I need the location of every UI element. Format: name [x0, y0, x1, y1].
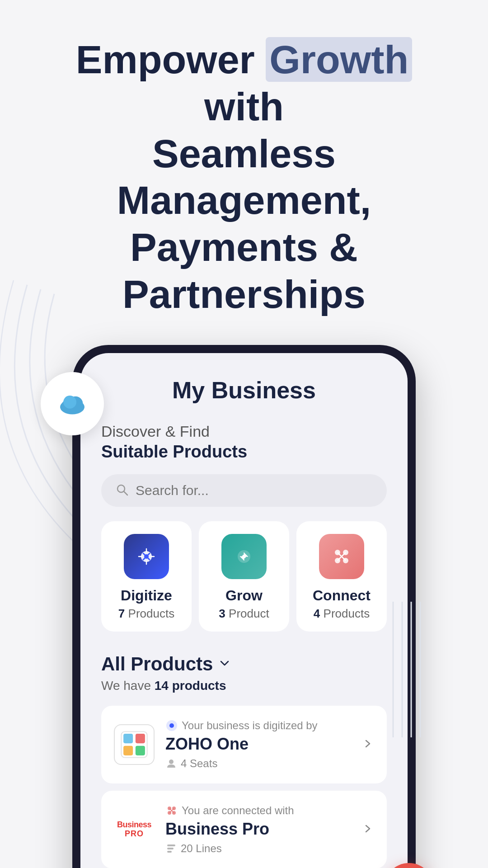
- all-products-header: All Products: [101, 653, 387, 675]
- screen-header: My Business: [101, 377, 387, 404]
- svg-rect-39: [167, 848, 174, 849]
- svg-rect-40: [167, 851, 172, 853]
- connect-small-icon: [165, 804, 178, 817]
- digitize-count: 7 Products: [118, 607, 174, 621]
- phone-mockup: My Business Discover & Find Suitable Pro…: [72, 345, 416, 868]
- product-card-bizpro[interactable]: BusinessPRO: [101, 791, 387, 868]
- search-icon: [115, 482, 129, 499]
- lines-icon: [165, 843, 177, 854]
- zoho-meta: 4 Seats: [165, 757, 351, 770]
- cloud-icon: [56, 387, 89, 420]
- bizpro-name: Business Pro: [165, 820, 351, 839]
- digitize-small-icon: [165, 719, 178, 732]
- connect-name: Connect: [313, 587, 371, 604]
- phone-screen: My Business Discover & Find Suitable Pro…: [80, 353, 408, 868]
- hero-text-suffix: with: [204, 84, 284, 129]
- hero-section: Empower Growth with Seamless Management,…: [50, 36, 438, 318]
- zoho-logo: [114, 724, 155, 765]
- svg-point-3: [63, 396, 76, 409]
- digitize-name: Digitize: [121, 587, 172, 604]
- discover-section: Discover & Find Suitable Products: [101, 423, 387, 632]
- zoho-tag: Your business is digitized by: [165, 719, 351, 732]
- svg-rect-28: [136, 746, 145, 755]
- svg-line-13: [124, 491, 127, 495]
- svg-point-17: [242, 555, 246, 558]
- chevron-down-icon[interactable]: [217, 656, 232, 672]
- discover-sub: Suitable Products: [101, 442, 387, 462]
- zoho-arrow-icon[interactable]: [361, 737, 374, 752]
- screen-content: My Business Discover & Find Suitable Pro…: [80, 353, 408, 868]
- svg-rect-25: [123, 734, 133, 743]
- zoho-meta-text: 4 Seats: [181, 757, 217, 770]
- grow-count: 3 Product: [219, 607, 269, 621]
- all-products-section: All Products We have 14 products: [101, 653, 387, 868]
- search-bar[interactable]: [101, 474, 387, 507]
- products-count-text: We have 14 products: [101, 679, 387, 693]
- grow-icon: [232, 544, 256, 569]
- bizpro-tag: You are connected with: [165, 804, 351, 817]
- bizpro-tag-text: You are connected with: [182, 804, 294, 817]
- grow-icon-bg: [221, 534, 267, 579]
- connect-icon-bg: [319, 534, 364, 579]
- zoho-name: ZOHO One: [165, 735, 351, 754]
- grow-name: Grow: [225, 587, 263, 604]
- category-row: Digitize 7 Products: [101, 521, 387, 632]
- svg-point-15: [144, 554, 149, 559]
- category-card-connect[interactable]: Connect 4 Products: [296, 521, 387, 632]
- seats-icon: [165, 758, 177, 769]
- connect-icon: [329, 544, 354, 569]
- bizpro-meta-text: 20 Lines: [181, 842, 222, 855]
- svg-rect-26: [136, 734, 145, 743]
- cloud-badge: [41, 372, 104, 435]
- search-input[interactable]: [136, 483, 373, 498]
- svg-rect-38: [167, 844, 175, 846]
- bizpro-logo-text: BusinessPRO: [117, 821, 151, 839]
- discover-label: Discover & Find: [101, 423, 387, 440]
- hero-title: Empower Growth with Seamless Management,…: [50, 36, 438, 318]
- digitize-icon-bg: [124, 534, 169, 579]
- screen-title: My Business: [101, 377, 387, 404]
- hero-text-prefix: Empower: [76, 37, 266, 82]
- all-products-title: All Products: [101, 653, 213, 675]
- zoho-box-icon: [115, 725, 154, 764]
- category-card-grow[interactable]: Grow 3 Product: [199, 521, 289, 632]
- zoho-tag-text: Your business is digitized by: [182, 719, 318, 732]
- bizpro-arrow-icon[interactable]: [361, 822, 374, 837]
- product-card-zoho[interactable]: Your business is digitized by ZOHO One 4…: [101, 706, 387, 783]
- connect-count: 4 Products: [314, 607, 370, 621]
- page-wrapper: Empower Growth with Seamless Management,…: [0, 0, 488, 868]
- zoho-product-info: Your business is digitized by ZOHO One 4…: [165, 719, 351, 770]
- hero-highlight: Growth: [266, 37, 412, 82]
- bizpro-logo: BusinessPRO: [114, 809, 155, 850]
- bizpro-product-info: You are connected with Business Pro 20 L…: [165, 804, 351, 855]
- digitize-icon: [134, 544, 159, 569]
- hero-line2: Seamless Management,: [117, 131, 371, 223]
- svg-point-30: [169, 723, 174, 728]
- bizpro-meta: 20 Lines: [165, 842, 351, 855]
- svg-rect-27: [123, 746, 133, 755]
- hero-line3: Payments & Partnerships: [122, 225, 366, 316]
- svg-point-31: [169, 760, 174, 764]
- category-card-digitize[interactable]: Digitize 7 Products: [101, 521, 192, 632]
